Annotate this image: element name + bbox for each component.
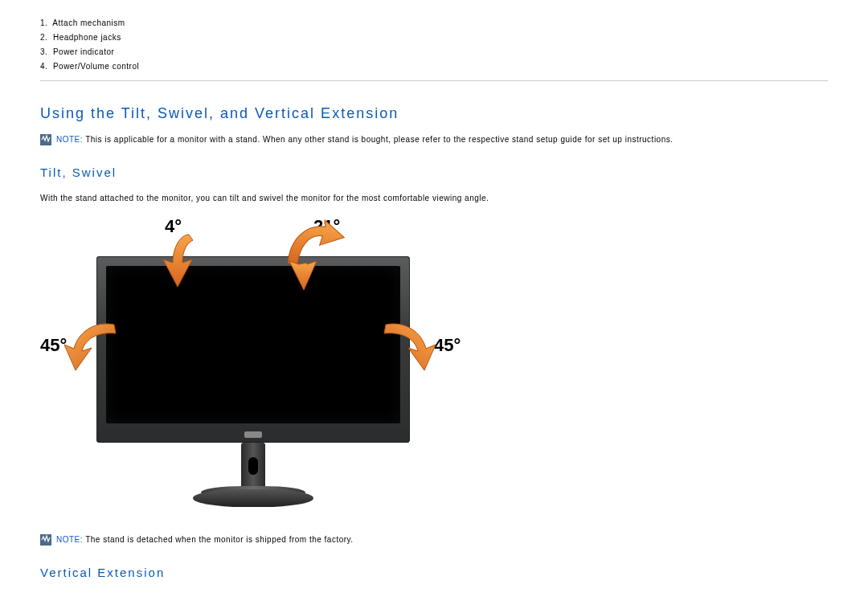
tilt-forward-arrow-icon	[149, 231, 213, 291]
monitor-neck-hole	[248, 457, 258, 475]
monitor-logo	[244, 431, 262, 438]
tilt-swivel-figure: 4° 21° 45° 45°	[40, 216, 474, 525]
list-item-label: Power/Volume control	[53, 62, 139, 71]
tilt-back-arrow-icon	[265, 218, 346, 294]
feature-list: 1. Attach mechanism 2. Headphone jacks 3…	[40, 16, 828, 74]
heading-tilt-swivel: Tilt, Swivel	[40, 166, 828, 179]
list-item-label: Attach mechanism	[52, 18, 125, 27]
list-item: 1. Attach mechanism	[40, 16, 828, 31]
monitor-neck	[241, 443, 265, 491]
list-item: 3. Power indicator	[40, 45, 828, 59]
note-text: NOTE: The stand is detached when the mon…	[56, 533, 354, 546]
swivel-left-arrow-icon	[58, 313, 130, 377]
note-stand-detached: NOTE: The stand is detached when the mon…	[40, 533, 828, 546]
note-icon	[40, 134, 51, 145]
tilt-swivel-description: With the stand attached to the monitor, …	[40, 192, 828, 205]
note-text: NOTE: This is applicable for a monitor w…	[56, 133, 674, 146]
monitor-base	[193, 489, 313, 507]
section-divider	[40, 80, 828, 81]
note-body: This is applicable for a monitor with a …	[83, 135, 673, 144]
list-item: 2. Headphone jacks	[40, 31, 828, 45]
heading-using-tilt-swivel-vertical: Using the Tilt, Swivel, and Vertical Ext…	[40, 105, 828, 122]
heading-vertical-extension: Vertical Extension	[40, 566, 828, 579]
note-icon	[40, 534, 51, 546]
note-label: NOTE:	[56, 535, 83, 544]
list-item-label: Power indicator	[53, 47, 114, 56]
monitor-illustration	[96, 247, 410, 520]
note-label: NOTE:	[56, 135, 83, 144]
list-item: 4. Power/Volume control	[40, 59, 828, 74]
note-applicable: NOTE: This is applicable for a monitor w…	[40, 133, 828, 146]
swivel-right-arrow-icon	[370, 313, 442, 377]
list-item-label: Headphone jacks	[53, 33, 121, 42]
monitor-body	[96, 256, 410, 443]
note-body: The stand is detached when the monitor i…	[83, 535, 354, 544]
